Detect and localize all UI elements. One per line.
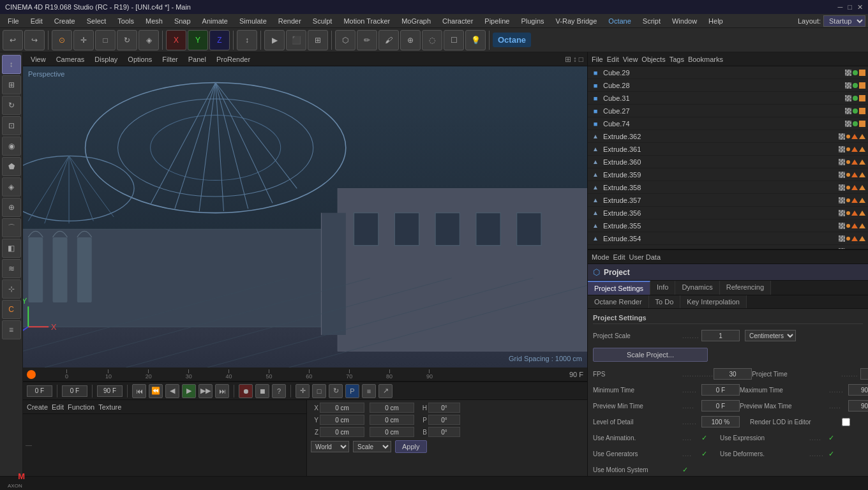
h-rot-input[interactable] (428, 403, 460, 413)
tool-magnet[interactable]: ⊕ (2, 198, 21, 217)
timeline-view-btn[interactable]: ↗ (378, 384, 393, 398)
pp-renderlod-check[interactable] (842, 418, 850, 426)
tab-todo[interactable]: To Do (649, 295, 681, 308)
tool-c[interactable]: C (2, 300, 21, 319)
menu-file[interactable]: File (3, 16, 24, 26)
menu-character[interactable]: Character (437, 16, 478, 26)
vp-prorender[interactable]: ProRender (213, 54, 254, 64)
auto-key-btn[interactable]: ⏹ (255, 384, 269, 398)
menu-simulate[interactable]: Simulate (234, 16, 272, 26)
deform-btn[interactable]: ◌ (422, 30, 442, 50)
menu-pipeline[interactable]: Pipeline (479, 16, 514, 26)
p-rot-input[interactable] (428, 415, 460, 425)
next-btn[interactable]: ▶▶ (198, 384, 213, 398)
redo-btn[interactable]: ↪ (24, 30, 45, 50)
om-row-ext354[interactable]: ▲ Extrude.354 (588, 232, 868, 245)
menu-motion-tracker[interactable]: Motion Tracker (338, 16, 395, 26)
timeline-settings-btn[interactable]: ≡ (362, 384, 376, 398)
axis-x-btn[interactable]: X (166, 30, 186, 50)
go-end-btn[interactable]: ⏭ (215, 384, 229, 398)
scale-select[interactable]: Scale (353, 441, 391, 452)
tool-layers[interactable]: ≡ (2, 320, 21, 339)
menu-window[interactable]: Window (667, 16, 702, 26)
pp-user-data[interactable]: User Data (629, 253, 661, 261)
om-tags[interactable]: Tags (670, 56, 684, 63)
paint-btn[interactable]: 🖌 (378, 30, 399, 50)
tab-key-interpolation[interactable]: Key Interpolation (680, 295, 747, 308)
camera-btn[interactable]: ☐ (444, 30, 464, 50)
tool-scale[interactable]: ⊞ (2, 75, 21, 94)
pp-scale-value[interactable] (701, 330, 740, 341)
om-view[interactable]: View (623, 56, 638, 63)
om-row-ext358[interactable]: ▲ Extrude.358 (588, 181, 868, 194)
menu-help[interactable]: Help (703, 16, 728, 26)
pp-prevmin-value[interactable] (701, 400, 740, 412)
pen-btn[interactable]: ✏ (357, 30, 377, 50)
rotate-btn[interactable]: ↻ (117, 30, 137, 50)
menu-sculpt[interactable]: Sculpt (308, 16, 338, 26)
vp-display[interactable]: Display (91, 54, 121, 64)
pp-lod-value[interactable] (701, 416, 740, 427)
tab-info[interactable]: Info (650, 281, 675, 295)
menu-vray[interactable]: V-Ray Bridge (551, 16, 602, 26)
menu-edit[interactable]: Edit (26, 16, 48, 26)
om-row-cube28[interactable]: ■ Cube.28 (588, 79, 868, 92)
pp-edit[interactable]: Edit (613, 253, 625, 261)
om-row-cube31[interactable]: ■ Cube.31 (588, 92, 868, 105)
om-row-ext362[interactable]: ▲ Extrude.362 (588, 130, 868, 143)
go-start-btn[interactable]: ⏮ (132, 384, 146, 398)
prev-btn[interactable]: ◀ (165, 384, 179, 398)
b-rot-input[interactable] (428, 427, 460, 437)
tool-knife[interactable]: ◈ (2, 177, 21, 197)
cube-prim-btn[interactable]: ⬡ (335, 30, 355, 50)
tab-project-settings[interactable]: Project Settings (588, 281, 650, 295)
object-axis-btn[interactable]: ✛ (73, 30, 94, 50)
tool-spline[interactable]: ≋ (2, 259, 21, 278)
tab-dynamics[interactable]: Dynamics (675, 281, 719, 295)
pp-mode[interactable]: Mode (592, 253, 610, 261)
apply-btn[interactable]: Apply (395, 440, 427, 453)
tool-rotate[interactable]: ↻ (2, 96, 21, 115)
vp-cameras[interactable]: Cameras (52, 54, 89, 64)
pp-prevmax-value[interactable] (848, 400, 868, 412)
tab-octane-render[interactable]: Octane Render (588, 295, 649, 308)
x-pos-input[interactable] (320, 403, 364, 413)
menu-tools[interactable]: Tools (112, 16, 139, 26)
z-size-input[interactable] (370, 427, 414, 437)
play-btn[interactable]: ▶ (182, 384, 196, 398)
tool-poly[interactable]: ◧ (2, 239, 21, 258)
vp-icon-1[interactable]: ⊞ (565, 55, 571, 64)
y-size-input[interactable] (370, 415, 414, 425)
vp-panel[interactable]: Panel (184, 54, 210, 64)
sweep-btn[interactable]: ⊕ (400, 30, 421, 50)
start-frame-input[interactable] (62, 385, 87, 397)
close-btn[interactable]: ✕ (857, 3, 863, 11)
om-row-ext359[interactable]: ▲ Extrude.359 (588, 168, 868, 181)
om-row-cube74[interactable]: ■ Cube.74 (588, 117, 868, 130)
menu-render[interactable]: Render (273, 16, 306, 26)
om-row-ext357[interactable]: ▲ Extrude.357 (588, 194, 868, 207)
pp-fps-value[interactable] (714, 368, 752, 380)
menu-mograph[interactable]: MoGraph (396, 16, 436, 26)
record-btn[interactable]: ▶ (264, 30, 285, 50)
scale-btn[interactable]: ◈ (138, 30, 159, 50)
vp-view[interactable]: View (27, 54, 50, 64)
3d-viewport[interactable]: Perspective (23, 66, 587, 368)
menu-select[interactable]: Select (82, 16, 112, 26)
model-mode-btn[interactable]: ⊙ (52, 30, 72, 50)
om-bookmarks[interactable]: Bookmarks (688, 56, 723, 63)
prev-frame-btn[interactable]: ⏪ (149, 384, 163, 398)
tool-axis[interactable]: ⊹ (2, 279, 21, 299)
maximize-btn[interactable]: □ (848, 3, 852, 11)
layout-select[interactable]: Startup (823, 15, 865, 27)
record-btn[interactable]: ⏺ (239, 384, 253, 398)
tool-live[interactable]: ◉ (2, 137, 21, 156)
pp-mintime-value[interactable] (701, 384, 740, 396)
solo-btn[interactable]: P (345, 384, 359, 398)
world-select[interactable]: World (311, 441, 349, 452)
mat-edit[interactable]: Edit (52, 403, 64, 411)
menu-snap[interactable]: Snap (169, 16, 196, 26)
mat-function[interactable]: Function (68, 403, 94, 411)
vp-filter[interactable]: Filter (158, 54, 181, 64)
z-pos-input[interactable] (320, 427, 364, 437)
